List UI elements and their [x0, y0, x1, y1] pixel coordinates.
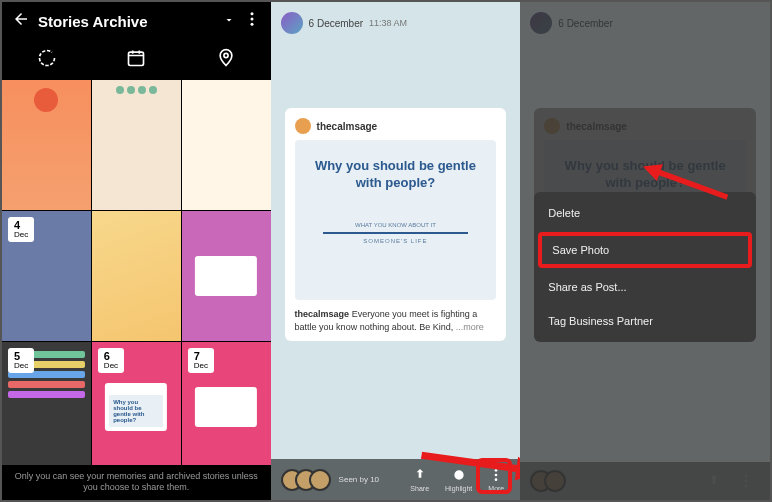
story-thumb[interactable] [92, 211, 181, 341]
menu-tag-partner[interactable]: Tag Business Partner [534, 304, 756, 338]
post-avatar [295, 118, 311, 134]
menu-share-post[interactable]: Share as Post... [534, 270, 756, 304]
seen-text[interactable]: Seen by 10 [339, 475, 379, 484]
story-thumb[interactable]: 5Dec [2, 342, 91, 465]
more-icon[interactable] [243, 10, 261, 32]
svg-point-0 [250, 12, 253, 15]
story-time: 11:38 AM [369, 18, 407, 28]
post-divider [323, 232, 468, 234]
post-caption: thecalmsage Everyone you meet is fightin… [295, 308, 497, 333]
archive-grid: 4Dec 5Dec 6Dec thecalmsageWhy you should… [2, 80, 271, 465]
story-menu-panel: 6 December thecalmsage Why you should be… [520, 2, 770, 500]
archive-title[interactable]: Stories Archive [38, 13, 215, 30]
post-user-row[interactable]: thecalmsage [295, 118, 497, 134]
post-username: thecalmsage [317, 121, 378, 132]
avatar[interactable] [281, 12, 303, 34]
svg-rect-3 [129, 52, 144, 65]
post-card: thecalmsage Why you should be gentle wit… [285, 108, 507, 341]
date-badge: 6Dec [98, 348, 124, 373]
chevron-down-icon[interactable] [223, 12, 235, 30]
archive-header: Stories Archive [2, 2, 271, 40]
date-badge: 4Dec [8, 217, 34, 242]
svg-point-1 [250, 18, 253, 21]
story-thumb[interactable] [92, 80, 181, 210]
story-thumb[interactable] [2, 80, 91, 210]
calendar-tab[interactable] [124, 46, 148, 70]
location-tab[interactable] [214, 46, 238, 70]
archive-tabs [2, 40, 271, 80]
story-view-panel: 6 December 11:38 AM thecalmsage Why you … [271, 2, 521, 500]
more-link[interactable]: ...more [456, 322, 484, 332]
story-thumb[interactable]: 4Dec [2, 211, 91, 341]
menu-save-photo[interactable]: Save Photo [538, 232, 752, 268]
archive-footer-text: Only you can see your memories and archi… [2, 465, 271, 500]
context-menu: Delete Save Photo Share as Post... Tag B… [534, 192, 756, 342]
back-icon[interactable] [12, 10, 30, 32]
story-thumb[interactable] [182, 211, 271, 341]
story-thumb[interactable] [182, 80, 271, 210]
svg-point-4 [224, 53, 228, 57]
story-date: 6 December [309, 18, 363, 29]
post-image: Why you should be gentle with people? WH… [295, 140, 497, 300]
story-header: 6 December 11:38 AM [271, 2, 521, 38]
date-badge: 5Dec [8, 348, 34, 373]
post-sub1: WHAT YOU KNOW ABOUT IT [355, 222, 436, 228]
post-headline: Why you should be gentle with people? [305, 158, 487, 192]
date-badge: 7Dec [188, 348, 214, 373]
archive-panel: Stories Archive 4Dec 5Dec 6Dec thecalmsa… [2, 2, 271, 500]
post-sub2: SOMEONE'S LIFE [363, 238, 427, 244]
viewers[interactable] [281, 469, 331, 491]
story-thumb[interactable]: 6Dec thecalmsageWhy you should be gentle… [92, 342, 181, 465]
svg-point-2 [250, 23, 253, 26]
reload-tab[interactable] [35, 46, 59, 70]
story-thumb[interactable]: 7Dec [182, 342, 271, 465]
